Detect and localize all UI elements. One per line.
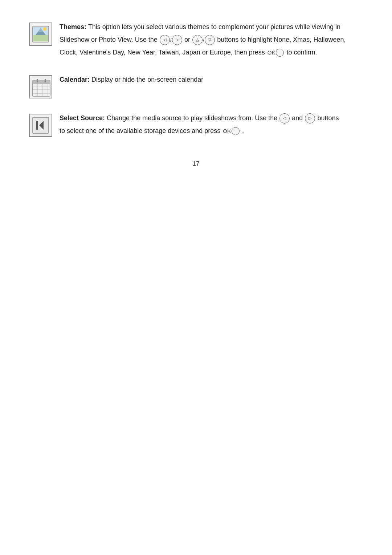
select-source-text: Select Source: Change the media source t…: [60, 113, 363, 138]
page-number: 17: [29, 160, 363, 167]
ok-button-themes: OK: [268, 48, 284, 57]
svg-point-5: [43, 27, 47, 31]
themes-or: or: [184, 36, 192, 43]
select-source-buttons: buttons: [317, 114, 339, 122]
ok-button-source: OK: [223, 127, 240, 135]
themes-icon: [29, 23, 52, 46]
themes-section: Themes: This option lets you select vari…: [29, 22, 363, 60]
themes-text-line4: Clock, Valentine's Day, New Year, Taiwan…: [60, 49, 267, 56]
svg-rect-18: [36, 121, 38, 130]
themes-text: Themes: This option lets you select vari…: [60, 22, 363, 60]
select-source-label: Select Source:: [60, 114, 105, 122]
themes-text-line1: This option lets you select various them…: [88, 23, 340, 31]
select-source-icon: [29, 114, 52, 137]
calendar-label: Calendar:: [60, 76, 90, 83]
down-button-icon: [205, 35, 215, 45]
svg-rect-9: [45, 79, 46, 82]
calendar-description: Display or hide the on-screen calendar: [91, 76, 203, 83]
select-left-button-icon: [279, 113, 290, 123]
select-source-line3: to select one of the available storage d…: [60, 127, 222, 134]
svg-rect-8: [37, 79, 38, 82]
up-button-icon: [192, 35, 203, 45]
right-button-icon: [172, 35, 182, 45]
themes-confirm: to confirm.: [286, 49, 317, 56]
select-source-period: .: [242, 127, 244, 134]
themes-label: Themes:: [60, 23, 86, 31]
left-button-icon: [160, 35, 170, 45]
svg-rect-2: [33, 35, 48, 41]
calendar-text: Calendar: Display or hide the on-screen …: [60, 74, 363, 87]
select-and: and: [292, 114, 305, 122]
select-source-line1: Change the media source to play slidesho…: [107, 114, 279, 122]
select-right-button-icon: [305, 113, 315, 123]
svg-rect-7: [33, 80, 50, 84]
themes-text-line3: buttons to highlight None, Xmas, Hallowe…: [217, 36, 346, 43]
calendar-icon: [29, 75, 52, 98]
select-source-section: Select Source: Change the media source t…: [29, 113, 363, 138]
themes-text-line2: Slideshow or Photo View. Use the: [60, 36, 159, 43]
calendar-section: Calendar: Display or hide the on-screen …: [29, 74, 363, 98]
